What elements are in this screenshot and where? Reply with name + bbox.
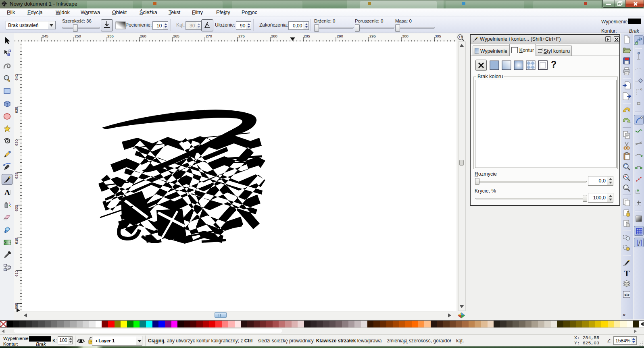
svg-text:A: A (4, 188, 10, 197)
svg-text:<>: <> (624, 293, 630, 298)
svg-text:1:1: 1:1 (459, 36, 463, 39)
svg-text:T: T (624, 268, 630, 278)
